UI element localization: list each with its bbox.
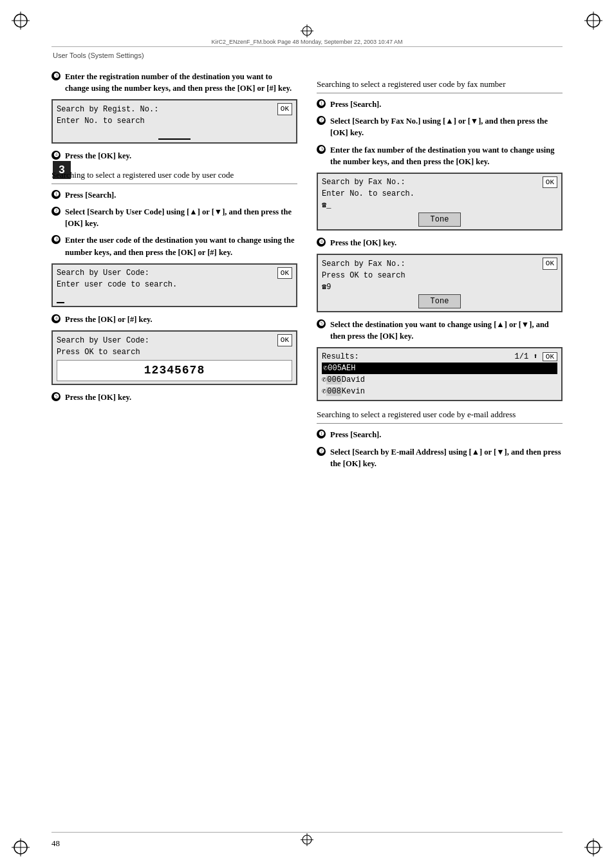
step-circle-4a: ❹ bbox=[51, 151, 60, 160]
lcd2-row2: Enter user code to search. bbox=[57, 279, 292, 290]
lcd-fax1-row2: Enter No. to search. bbox=[322, 188, 557, 200]
lcd-results-nav: 1/1 ⬆ OK bbox=[515, 351, 557, 363]
section-heading-user-code: Searching to select a registered user co… bbox=[51, 169, 297, 181]
step-4fax-text: Press the [OK] key. bbox=[330, 237, 563, 249]
step-circle-3fax: ❸ bbox=[317, 145, 326, 154]
step-5uc-text: Press the [OK] key. bbox=[65, 392, 297, 403]
lcd-fax1-row1-label: Search by Fax No.: bbox=[322, 176, 405, 188]
step-circle-4buc: ❹ bbox=[51, 314, 60, 323]
lcd-search-regist: Search by Regist. No.: OK Enter No. to s… bbox=[51, 99, 297, 144]
lcd1-row1-label: Search by Regist. No.: bbox=[57, 104, 158, 115]
step-1-fax: ❶ Press [Search]. bbox=[317, 99, 563, 110]
lcd-result-row3: ✆008Kevin bbox=[322, 386, 557, 397]
step-3b-uc: ❸ Enter the user code of the destination… bbox=[51, 234, 297, 258]
step-circle-1email: ❶ bbox=[317, 429, 326, 439]
lcd-fax1-tone-btn: Tone bbox=[418, 212, 461, 227]
section-rule-fax bbox=[317, 93, 563, 93]
lcd-results-header: Results: 1/1 ⬆ OK bbox=[322, 351, 557, 363]
reg-mark-br bbox=[584, 838, 602, 856]
header-rule bbox=[51, 46, 563, 47]
step-5-fax: ❺ Select the destination you want to cha… bbox=[317, 319, 563, 342]
step-3buc-text: Enter the user code of the destination y… bbox=[65, 234, 297, 258]
step-1uc-text: Press [Search]. bbox=[65, 189, 297, 201]
lcd-results-label: Results: bbox=[322, 351, 359, 363]
step-circle-5uc: ❺ bbox=[51, 392, 60, 401]
header-title: User Tools (System Settings) bbox=[53, 50, 144, 61]
step-circle-2uc: ❷ bbox=[51, 207, 60, 216]
step-circle-2email: ❷ bbox=[317, 447, 326, 456]
reg-mark-tl bbox=[12, 12, 30, 30]
lcd2-ok: OK bbox=[277, 267, 292, 279]
step-circle-5fax: ❺ bbox=[317, 319, 326, 328]
step-4buc-text: Press the [OK] or [#] key. bbox=[65, 314, 297, 325]
lcd3-ok: OK bbox=[277, 334, 292, 346]
step-1email-text: Press [Search]. bbox=[330, 429, 563, 440]
step-circle-3buc: ❸ bbox=[51, 235, 60, 244]
section-rule-email bbox=[317, 423, 563, 424]
step-circle-1fax: ❶ bbox=[317, 99, 326, 108]
page-number: 48 bbox=[51, 838, 60, 849]
step-circle-3i: ❸ bbox=[51, 71, 60, 80]
step-2fax-text: Select [Search by Fax No.] using [▲] or … bbox=[330, 115, 563, 138]
lcd3-row1-label: Search by User Code: bbox=[57, 335, 149, 346]
lcd-fax2-row2: Press OK to search bbox=[322, 270, 557, 281]
lcd-fax2-tone-row: Tone bbox=[322, 294, 557, 308]
lcd-fax2-tone-btn: Tone bbox=[418, 294, 461, 308]
lcd1-row2: Enter No. to search bbox=[57, 115, 292, 127]
page: KirC2_ENzenF_FM.book Page 48 Monday, Sep… bbox=[0, 0, 614, 868]
section-heading-email: Searching to select a registered user co… bbox=[317, 409, 563, 420]
step-circle-1uc: ❶ bbox=[51, 190, 60, 199]
left-column: ❸ Enter the registration number of the d… bbox=[51, 71, 297, 475]
lcd-result-row2: ✆006David bbox=[322, 374, 557, 386]
step-2-fax: ❷ Select [Search by Fax No.] using [▲] o… bbox=[317, 115, 563, 138]
right-column: Searching to select a registered user co… bbox=[317, 71, 563, 475]
step-1b-email: ❶ Press [Search]. bbox=[317, 429, 563, 440]
reg-mark-bl bbox=[12, 838, 30, 856]
lcd-search-usercode: Search by User Code: OK Enter user code … bbox=[51, 263, 297, 308]
lcd-search-fax1: Search by Fax No.: OK Enter No. to searc… bbox=[317, 173, 563, 231]
step-4a: ❹ Press the [OK] key. bbox=[51, 150, 297, 162]
lcd-search-fax2: Search by Fax No.: OK Press OK to search… bbox=[317, 254, 563, 312]
step-4b-uc: ❹ Press the [OK] or [#] key. bbox=[51, 314, 297, 325]
lcd3-row2: Press OK to search bbox=[57, 346, 292, 358]
lcd-result-row1: ✆005AEH bbox=[322, 363, 557, 374]
top-crosshair bbox=[301, 24, 313, 40]
step-circle-4fax: ❹ bbox=[317, 238, 326, 247]
lcd2-row3 bbox=[57, 290, 292, 303]
step-1fax-text: Press [Search]. bbox=[330, 99, 563, 110]
step-3-initial: ❸ Enter the registration number of the d… bbox=[51, 71, 297, 94]
step-4a-text: Press the [OK] key. bbox=[65, 150, 297, 162]
lcd-fax1-ok: OK bbox=[543, 176, 557, 189]
step-2-uc: ❷ Select [Search by User Code] using [▲]… bbox=[51, 206, 297, 229]
step-4-fax: ❹ Press the [OK] key. bbox=[317, 237, 563, 249]
bottom-crosshair bbox=[301, 833, 313, 849]
lcd-fax1-row3: ☎_ bbox=[322, 200, 557, 211]
bottom-rule bbox=[51, 832, 563, 833]
step-circle-2fax: ❷ bbox=[317, 116, 326, 125]
step-5-uc: ❺ Press the [OK] key. bbox=[51, 392, 297, 403]
section-heading-fax: Searching to select a registered user co… bbox=[317, 79, 563, 90]
step-3i-text: Enter the registration number of the des… bbox=[65, 71, 297, 94]
main-content: ❸ Enter the registration number of the d… bbox=[51, 71, 563, 816]
section-rule-user-code bbox=[51, 184, 297, 184]
step-2email-text: Select [Search by E-mail Address] using … bbox=[330, 446, 563, 469]
lcd-fax2-row1-label: Search by Fax No.: bbox=[322, 258, 405, 270]
reg-mark-tr bbox=[584, 12, 602, 30]
lcd2-row1-label: Search by User Code: bbox=[57, 267, 149, 279]
step-1-uc: ❶ Press [Search]. bbox=[51, 189, 297, 201]
step-3fax-text: Enter the fax number of the destination … bbox=[330, 144, 563, 167]
lcd-results: Results: 1/1 ⬆ OK ✆005AEH ✆006David ✆008… bbox=[317, 347, 563, 401]
lcd-fax2-row3: ☎9 bbox=[322, 281, 557, 293]
lcd1-ok: OK bbox=[277, 103, 292, 115]
lcd1-row3 bbox=[57, 127, 292, 140]
step-2b-email: ❷ Select [Search by E-mail Address] usin… bbox=[317, 446, 563, 469]
step-3-fax: ❸ Enter the fax number of the destinatio… bbox=[317, 144, 563, 167]
lcd3-row3: 12345678 bbox=[57, 360, 292, 381]
step-5fax-text: Select the destination you want to chang… bbox=[330, 319, 563, 342]
lcd-fax1-tone-row: Tone bbox=[322, 212, 557, 227]
lcd-search-usercode-result: Search by User Code: OK Press OK to sear… bbox=[51, 330, 297, 385]
lcd-fax2-ok: OK bbox=[543, 258, 557, 270]
step-2uc-text: Select [Search by User Code] using [▲] o… bbox=[65, 206, 297, 229]
